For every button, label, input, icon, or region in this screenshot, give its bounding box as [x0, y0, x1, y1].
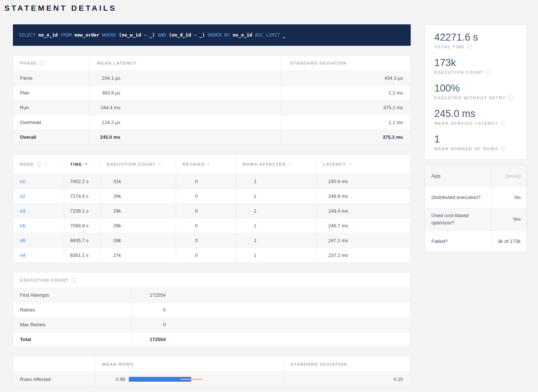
attribute-row: Distributed execution? No: [425, 186, 527, 208]
node-table: NODE TIME EXECUTION COUNT RETRIES: [13, 154, 411, 263]
table-row: n4 6351.1 s 27k 0 1: [13, 248, 410, 262]
attribute-value: (unset): [491, 165, 527, 186]
execution-count-rows: First Attempts 172554 Retries 0 Max Retr…: [13, 288, 410, 347]
node-link[interactable]: n4: [20, 252, 25, 258]
latency-value: 249.4 ms: [323, 208, 348, 214]
std-dev-column-header: STANDARD DEVIATION: [281, 55, 410, 71]
count-value: 172554: [132, 337, 166, 342]
attribute-row: Used cost-based optimizer? Yes: [425, 208, 527, 230]
phase-table-header: PHASE MEAN LATENCY STANDARD DEVIATION: [13, 55, 410, 71]
mean-latency-value: 245.0 ms: [89, 134, 120, 140]
count-cell: 0: [132, 317, 410, 332]
page-title: STATEMENT DETAILS: [0, 0, 538, 13]
stat-label: MEAN SERVICE LATENCY: [434, 121, 518, 125]
sql-keyword: AND: [155, 32, 169, 38]
count-cell: 172554: [132, 288, 410, 302]
summary-stat: 1 MEAN NUMBER OF ROWS: [434, 133, 518, 151]
node-link[interactable]: n5: [20, 223, 25, 228]
time-column-header[interactable]: TIME: [64, 154, 101, 174]
execution-count-value: 29k: [101, 208, 121, 214]
attribute-label: Failed?: [425, 231, 491, 252]
summary-stat: 100% EXECUTED WITHOUT RETRY: [434, 82, 518, 100]
sql-keyword: SELECT: [19, 32, 38, 38]
sql-identifier: _): [149, 32, 155, 38]
retries-value: 0: [176, 223, 217, 228]
rows-affected-value: 1: [236, 179, 256, 184]
node-cell: n3: [13, 204, 64, 218]
node-link[interactable]: n6: [20, 238, 25, 243]
sort-desc-icon[interactable]: [45, 163, 47, 165]
table-row: Rows Affected 0.98 0.15: [13, 372, 410, 386]
execution-count-value: 27k: [101, 252, 121, 258]
info-icon[interactable]: [508, 95, 513, 100]
retries-value: 0: [176, 208, 217, 214]
sql-identifier: _: [283, 32, 286, 38]
sort-desc-icon[interactable]: [289, 163, 291, 165]
table-row: n3 7239.1 s 29k 0 1: [13, 203, 410, 218]
mean-rows-value: 0.98: [96, 376, 125, 382]
stat-label: EXECUTED WITHOUT RETRY: [434, 95, 518, 100]
latency-cell: 245.7 ms: [317, 219, 410, 233]
table-row: Max Retries 0: [13, 317, 410, 332]
count-value: 172554: [132, 292, 166, 298]
info-icon[interactable]: [486, 70, 490, 75]
mean-latency-cell: 245.0 ms: [89, 130, 281, 144]
node-link[interactable]: n1: [20, 179, 25, 184]
sql-keyword: ASC LIMIT: [252, 32, 283, 38]
node-link[interactable]: n3: [20, 208, 25, 214]
stat-label: TOTAL TIME: [434, 44, 518, 49]
retries-value: 0: [176, 238, 217, 243]
table-row: Run 244.4 ms 375.2 ms: [13, 100, 410, 115]
table-row: Overhead 124.2 µs 1.1 ms: [13, 115, 410, 130]
phase-label: Parse: [13, 71, 89, 85]
info-icon[interactable]: [40, 61, 45, 66]
retries-cell: 0: [176, 233, 236, 248]
rows-affected-table-header: MEAN ROWS STANDARD DEVIATION: [13, 357, 410, 372]
latency-value: 247.1 ms: [323, 238, 348, 243]
execution-count-value: 31k: [101, 179, 121, 184]
info-icon[interactable]: [467, 44, 472, 49]
execution-count-column-header[interactable]: EXECUTION COUNT: [101, 154, 176, 174]
execution-count-table-header: EXECUTION COUNT: [13, 272, 410, 288]
time-cell: 7068.9 s: [64, 219, 101, 233]
std-dev-value: 0.15: [284, 372, 410, 386]
empty-header-cell: [13, 357, 96, 372]
info-icon[interactable]: [71, 278, 76, 283]
table-row: Plan 383.9 µs 1.2 ms: [13, 85, 410, 100]
sort-desc-icon[interactable]: [349, 163, 351, 165]
retries-column-header[interactable]: RETRIES: [176, 154, 236, 174]
sort-desc-icon[interactable]: [207, 163, 210, 165]
latency-value: 237.2 ms: [323, 252, 348, 258]
sql-keyword: WHERE: [99, 32, 119, 38]
stat-value: 245.0 ms: [434, 108, 518, 120]
layout: SELECT no_o_id FROM new_order WHERE (no_…: [0, 24, 538, 387]
node-cell: n2: [13, 189, 64, 203]
time-cell: 7274.5 s: [64, 189, 101, 203]
mean-rows-bar: [129, 377, 208, 382]
execution-count-cell: 31k: [101, 174, 176, 189]
stat-value: 173k: [434, 57, 518, 69]
phase-label: Plan: [13, 86, 89, 100]
info-icon[interactable]: [501, 121, 506, 125]
stat-label: MEAN NUMBER OF ROWS: [434, 146, 518, 151]
retries-value: 0: [176, 193, 217, 199]
info-icon[interactable]: [37, 162, 42, 167]
mean-latency-cell: 124.2 µs: [89, 115, 281, 130]
info-icon[interactable]: [501, 146, 506, 151]
count-cell: 0: [132, 303, 410, 317]
right-sidebar: 42271.6 s TOTAL TIME 173k EXECUTION COUN…: [424, 24, 527, 252]
sort-desc-icon[interactable]: [158, 163, 161, 165]
execution-count-cell: 29k: [101, 189, 176, 203]
node-table-header: NODE TIME EXECUTION COUNT RETRIES: [13, 154, 410, 174]
latency-cell: 247.1 ms: [317, 233, 410, 248]
execution-count-cell: 29k: [101, 204, 176, 218]
row-label: Retries: [13, 303, 132, 317]
sort-desc-icon[interactable]: [85, 163, 87, 165]
node-link[interactable]: n2: [20, 193, 25, 199]
mean-latency-cell: 383.9 µs: [89, 86, 281, 100]
node-column-header[interactable]: NODE: [13, 154, 64, 174]
rows-affected-column-header[interactable]: ROWS AFFECTED: [236, 154, 317, 174]
rows-affected-rows: Rows Affected 0.98 0.15: [13, 372, 410, 386]
row-label: Max Retries: [13, 317, 132, 332]
latency-column-header[interactable]: LATENCY: [317, 154, 410, 174]
